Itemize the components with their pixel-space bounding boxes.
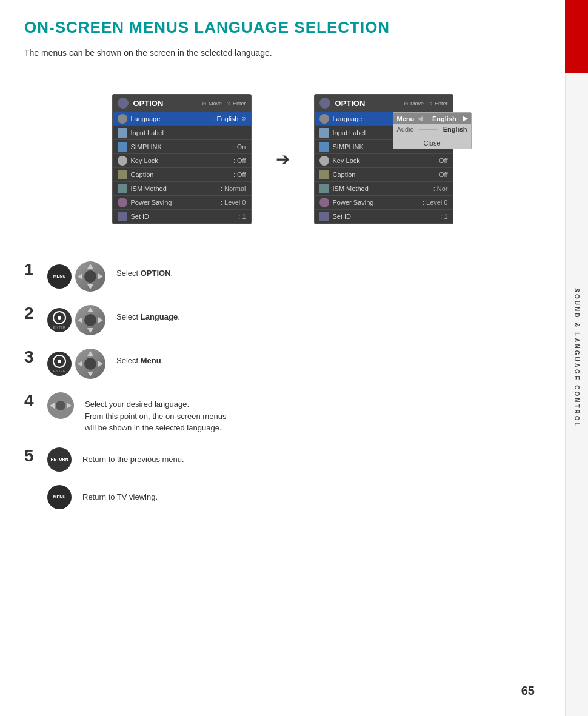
menu-row-setid-left: Set ID : 1: [113, 210, 251, 224]
menu-row-icon: [118, 212, 127, 221]
menu-button-bottom-label: MENU: [53, 495, 66, 500]
step-menu-number: [24, 485, 41, 502]
option-menu-right-header: OPTION ⊕ Move ⊙ Enter: [315, 95, 453, 112]
submenu-audio-row: Audio English: [393, 124, 471, 134]
section-divider: [24, 249, 541, 249]
step-3-description: Select Menu.: [116, 349, 541, 367]
option-icon-left: [118, 98, 129, 109]
steps-section: 1 MENU Select OPTION. 2: [24, 261, 541, 509]
option-title-right: OPTION: [335, 99, 404, 108]
submenu-left-arrow: ◀: [418, 115, 423, 122]
nav-arrow-down: [87, 328, 93, 333]
menu-row-simplink-left: SIMPLINK : On: [113, 140, 251, 154]
menu-button[interactable]: MENU: [47, 264, 72, 289]
submenu-english-item1: English: [426, 115, 462, 122]
page-subtitle: The menus can be shown on the screen in …: [24, 48, 541, 58]
option-menu-right-wrapper: OPTION ⊕ Move ⊙ Enter Language : English…: [314, 94, 453, 224]
nav-lr-right-arrow: [67, 403, 72, 409]
step-2-number: 2: [24, 305, 41, 322]
menu-row-input-left: Input Label: [113, 126, 251, 140]
arrow-right: ➔: [276, 149, 290, 169]
return-button[interactable]: RETURN: [47, 447, 72, 472]
menu-row-icon: [319, 170, 329, 179]
menu-row-icon: [319, 128, 329, 138]
page-content: ON-SCREEN MENUS LANGUAGE SELECTION The m…: [0, 0, 565, 716]
menu-row-caption-left: Caption : Off: [113, 168, 251, 182]
page-title: ON-SCREEN MENUS LANGUAGE SELECTION: [24, 18, 541, 37]
screenshots-row: OPTION ⊕ Move ⊙ Enter Language : English…: [24, 94, 541, 224]
menu-row-caption-right: Caption : Off: [315, 168, 453, 182]
step-5-number: 5: [24, 447, 41, 464]
return-button-label: RETURN: [50, 457, 68, 462]
nav-arrow-left: [78, 317, 82, 323]
enter-button-step3[interactable]: ENTER: [47, 352, 72, 376]
menu-row-icon: [118, 198, 127, 207]
nav-pad-step2[interactable]: [75, 305, 105, 335]
nav-arrow-left: [78, 273, 82, 279]
submenu-english-item2: English: [443, 125, 467, 133]
language-submenu: Menu ◀ English ▶ Audio English Close: [393, 112, 472, 149]
sidebar-panel: SOUND & LANGUAGE CONTROL: [565, 0, 588, 716]
gear-icon: ⚙: [241, 116, 246, 122]
sidebar-text-container: SOUND & LANGUAGE CONTROL: [565, 0, 588, 716]
step-1-row: 1 MENU Select OPTION.: [24, 261, 541, 292]
submenu-audio-label: Audio: [397, 125, 414, 133]
menu-row-icon: [118, 184, 127, 193]
nav-pad-step1[interactable]: [75, 261, 105, 292]
menu-row-icon: [118, 114, 127, 124]
menu-button-label: MENU: [53, 274, 66, 279]
submenu-close-button[interactable]: Close: [393, 138, 471, 149]
step-3-number: 3: [24, 349, 41, 366]
step-1-buttons: MENU: [47, 261, 105, 292]
menu-row-power-right: Power Saving : Level 0: [315, 196, 453, 210]
enter-ring: [53, 311, 66, 324]
menu-button-bottom[interactable]: MENU: [47, 485, 72, 509]
step-4-row: 4 Select your desired language. From thi…: [24, 392, 541, 434]
menu-row-icon: [118, 142, 127, 152]
enter-label-step2: ENTER: [53, 326, 65, 329]
step-5-description: Return to the previous menu.: [82, 447, 541, 466]
nav-arrow-up: [87, 351, 93, 356]
nav-lr-left-arrow: [50, 403, 55, 409]
option-controls-left: ⊕ Move ⊙ Enter: [202, 100, 246, 107]
menu-row-setid-right: Set ID : 1: [315, 210, 453, 224]
nav-arrow-down: [87, 284, 93, 289]
option-controls-right: ⊕ Move ⊙ Enter: [404, 100, 447, 107]
step-menu-buttons: MENU: [47, 485, 72, 509]
step-1-number: 1: [24, 261, 41, 278]
menu-row-icon: [118, 170, 127, 179]
nav-lr-step4[interactable]: [47, 392, 74, 419]
nav-pad-step3[interactable]: [75, 349, 105, 379]
menu-row-icon: [118, 128, 127, 138]
nav-arrow-right: [98, 273, 103, 279]
submenu-header: Menu ◀ English ▶: [393, 113, 471, 124]
menu-row-keylock-left: Key Lock : Off: [113, 154, 251, 168]
menu-row-icon: [319, 198, 329, 207]
nav-center: [84, 358, 96, 370]
option-menu-left-header: OPTION ⊕ Move ⊙ Enter: [113, 95, 251, 112]
nav-arrow-left: [78, 361, 82, 367]
menu-row-keylock-right: Key Lock : Off: [315, 154, 453, 168]
step-3-buttons: ENTER: [47, 349, 105, 379]
nav-center: [84, 270, 96, 283]
option-icon-right: [319, 98, 330, 109]
menu-row-icon: [319, 212, 329, 221]
enter-label-step3: ENTER: [53, 369, 65, 373]
option-title-left: OPTION: [133, 99, 202, 108]
enter-button-step2[interactable]: ENTER: [47, 308, 72, 332]
enter-ring: [53, 355, 66, 368]
menu-row-icon: [319, 156, 329, 166]
nav-arrow-right: [98, 361, 103, 367]
nav-arrow-down: [87, 372, 93, 376]
step-4-buttons: [47, 392, 74, 419]
step-5-row: 5 RETURN Return to the previous menu.: [24, 447, 541, 472]
menu-row-power-left: Power Saving : Level 0: [113, 196, 251, 210]
sidebar-label: SOUND & LANGUAGE CONTROL: [573, 288, 580, 427]
submenu-title: Menu: [397, 115, 415, 122]
menu-row-icon: [118, 156, 127, 166]
step-2-row: 2 ENTER Select La: [24, 305, 541, 335]
step-3-row: 3 ENTER Select Me: [24, 349, 541, 379]
nav-center: [84, 314, 96, 326]
enter-dot: [58, 316, 61, 320]
menu-row-icon: [319, 184, 329, 193]
